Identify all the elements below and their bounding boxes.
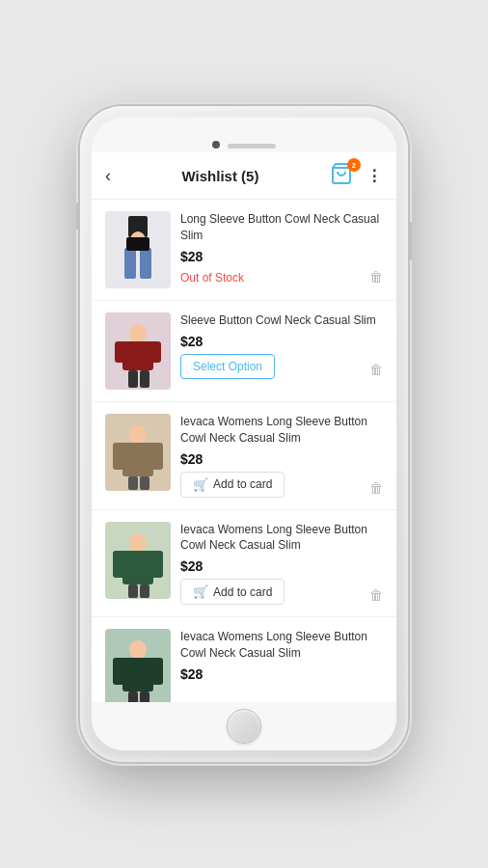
more-menu-button[interactable]: ⋮ — [366, 167, 383, 185]
product-name: Ievaca Womens Long Sleeve Button Cowl Ne… — [180, 522, 383, 555]
svg-rect-11 — [149, 341, 161, 363]
product-price: $28 — [180, 249, 383, 264]
cart-add-icon: 🛒 — [193, 584, 208, 599]
product-image — [105, 312, 171, 390]
phone-camera — [212, 141, 220, 149]
item-action-row: Out of Stock 🗑 — [180, 269, 383, 286]
list-item: Ievaca Womens Long Sleeve Button Cowl Ne… — [92, 402, 396, 510]
svg-rect-10 — [115, 341, 126, 363]
cart-button[interactable]: 2 — [330, 162, 357, 189]
delete-button[interactable]: 🗑 — [369, 362, 383, 377]
svg-rect-30 — [122, 658, 153, 692]
phone-frame: ‹ Wishlist (5) 2 ⋮ — [80, 106, 408, 762]
svg-rect-19 — [128, 476, 138, 490]
product-price: $28 — [180, 558, 383, 574]
add-to-cart-button[interactable]: 🛒 Add to card — [180, 472, 285, 498]
app-header: ‹ Wishlist (5) 2 ⋮ — [92, 152, 396, 200]
delete-button[interactable]: 🗑 — [369, 480, 383, 496]
svg-rect-25 — [149, 551, 163, 578]
product-name: Ievaca Womens Long Sleeve Button Cowl Ne… — [180, 629, 383, 662]
product-details: Ievaca Womens Long Sleeve Button Cowl Ne… — [180, 522, 383, 606]
add-to-cart-label: Add to card — [213, 585, 272, 599]
delete-button[interactable]: 🗑 — [369, 587, 383, 603]
svg-rect-13 — [140, 370, 149, 388]
list-item: Ievaca Womens Long Sleeve Button Cowl Ne… — [92, 510, 396, 618]
list-item: Long Sleeve Button Cowl Neck Casual Slim… — [92, 200, 396, 301]
back-button[interactable]: ‹ — [105, 166, 111, 186]
svg-rect-12 — [128, 370, 138, 388]
wishlist-list: Long Sleeve Button Cowl Neck Casual Slim… — [92, 200, 396, 702]
svg-point-15 — [129, 425, 147, 445]
svg-point-22 — [129, 533, 147, 553]
svg-rect-32 — [149, 658, 163, 685]
svg-rect-31 — [113, 658, 126, 685]
svg-rect-6 — [126, 237, 149, 251]
svg-rect-34 — [140, 692, 149, 702]
product-price: $28 — [180, 666, 383, 682]
item-action-row: Select Option 🗑 — [180, 354, 383, 379]
product-name: Long Sleeve Button Cowl Neck Casual Slim — [180, 211, 383, 244]
svg-rect-20 — [140, 476, 149, 490]
svg-rect-18 — [149, 443, 163, 470]
svg-point-29 — [129, 640, 147, 660]
list-item: Sleeve Button Cowl Neck Casual Slim $28 … — [92, 301, 396, 402]
svg-rect-17 — [113, 443, 126, 470]
product-details: Long Sleeve Button Cowl Neck Casual Slim… — [180, 211, 383, 286]
item-action-row: 🛒 Add to card 🗑 — [180, 472, 383, 498]
product-price: $28 — [180, 334, 383, 349]
home-button[interactable] — [227, 709, 261, 744]
svg-rect-23 — [122, 551, 153, 584]
add-to-cart-button[interactable]: 🛒 Add to card — [180, 579, 285, 605]
product-image — [105, 414, 171, 491]
delete-button[interactable]: 🗑 — [369, 269, 383, 285]
svg-rect-24 — [113, 551, 126, 578]
select-option-button[interactable]: Select Option — [180, 354, 275, 379]
product-name: Ievaca Womens Long Sleeve Button Cowl Ne… — [180, 414, 383, 447]
svg-rect-9 — [122, 341, 153, 370]
item-action-row: 🛒 Add to card 🗑 — [180, 579, 383, 605]
product-details: Ievaca Womens Long Sleeve Button Cowl Ne… — [180, 414, 383, 498]
phone-speaker — [228, 144, 276, 149]
svg-rect-4 — [140, 248, 151, 279]
cart-add-icon: 🛒 — [193, 477, 208, 492]
product-name: Sleeve Button Cowl Neck Casual Slim — [180, 312, 383, 329]
list-item: Ievaca Womens Long Sleeve Button Cowl Ne… — [92, 617, 396, 702]
svg-rect-33 — [128, 692, 138, 702]
product-image — [105, 211, 171, 288]
product-image — [105, 522, 171, 599]
svg-rect-3 — [124, 248, 136, 279]
product-image — [105, 629, 171, 702]
svg-rect-27 — [140, 584, 149, 598]
add-to-cart-label: Add to card — [213, 477, 272, 491]
svg-point-8 — [129, 324, 147, 343]
product-details: Sleeve Button Cowl Neck Casual Slim $28 … — [180, 312, 383, 379]
cart-badge: 2 — [347, 158, 361, 172]
header-title: Wishlist (5) — [182, 168, 259, 184]
svg-rect-16 — [122, 443, 153, 476]
svg-rect-26 — [128, 584, 138, 598]
phone-bottom-bar — [92, 702, 396, 750]
phone-screen: ‹ Wishlist (5) 2 ⋮ — [92, 118, 396, 750]
out-of-stock-label: Out of Stock — [180, 271, 244, 285]
header-icons: 2 ⋮ — [330, 162, 383, 189]
product-price: $28 — [180, 451, 383, 467]
product-details: Ievaca Womens Long Sleeve Button Cowl Ne… — [180, 629, 383, 687]
phone-top-bar — [92, 118, 396, 152]
